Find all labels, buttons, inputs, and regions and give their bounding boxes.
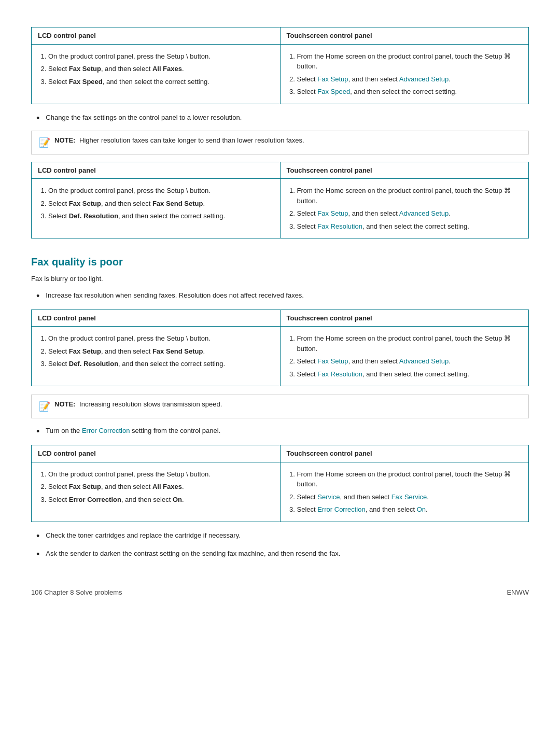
lcd-header-2: LCD control panel	[32, 162, 281, 179]
note-icon-2: 📝	[39, 400, 50, 414]
touch-step-4-2: Select Service, and then select Fax Serv…	[297, 492, 523, 502]
footer-left: 106 Chapter 8 Solve problems	[31, 587, 122, 598]
touch-step-3-3: Select Fax Resolution, and then select t…	[297, 369, 523, 379]
link-advanced-setup-2[interactable]: Advanced Setup	[399, 209, 449, 217]
link-fax-setup-2[interactable]: Fax Setup	[317, 209, 348, 217]
note-text-1: Higher resolution faxes can take longer …	[79, 136, 304, 144]
note-content-1: NOTE: Higher resolution faxes can take l…	[54, 135, 304, 146]
touch-header-4: Touchscreen control panel	[280, 445, 529, 462]
touch-steps-4: From the Home screen on the product cont…	[280, 462, 529, 522]
touch-step-2-1: From the Home screen on the product cont…	[297, 186, 523, 206]
link-service[interactable]: Service	[317, 493, 340, 501]
bullet-item-1: • Change the fax settings on the control…	[36, 113, 529, 125]
bullet-dot-5: •	[36, 547, 39, 561]
touch-header-3: Touchscreen control panel	[280, 310, 529, 327]
link-advanced-setup-3[interactable]: Advanced Setup	[399, 357, 449, 365]
control-panel-table-2: LCD control panel Touchscreen control pa…	[31, 162, 529, 239]
lcd-step-2-1: On the product control panel, press the …	[48, 186, 274, 196]
bullet-dot-2: •	[36, 289, 39, 303]
lcd-step-4-2: Select Fax Setup, and then select All Fa…	[48, 482, 274, 492]
section-intro: Fax is blurry or too light.	[31, 274, 529, 284]
link-fax-service[interactable]: Fax Service	[391, 493, 427, 501]
link-fax-resolution-3[interactable]: Fax Resolution	[317, 370, 362, 378]
bullet-text-2: Increase fax resolution when sending fax…	[46, 290, 529, 301]
lcd-step-1-2: Select Fax Setup, and then select All Fa…	[48, 64, 274, 74]
control-panel-table-3: LCD control panel Touchscreen control pa…	[31, 310, 529, 387]
touch-step-1-1: From the Home screen on the product cont…	[297, 51, 523, 72]
touch-steps-3: From the Home screen on the product cont…	[280, 327, 529, 386]
lcd-step-4-3: Select Error Correction, and then select…	[48, 495, 274, 505]
bullet-3-post: setting from the control panel.	[130, 427, 220, 434]
bullet-dot-1: •	[36, 111, 39, 125]
touch-header-2: Touchscreen control panel	[280, 162, 529, 179]
touch-step-2-2: Select Fax Setup, and then select Advanc…	[297, 208, 523, 219]
lcd-steps-2: On the product control panel, press the …	[32, 179, 281, 238]
note-icon-1: 📝	[39, 136, 50, 150]
bullet-dot-4: •	[36, 529, 39, 543]
control-panel-table-4: LCD control panel Touchscreen control pa…	[31, 445, 529, 522]
touch-step-3-2: Select Fax Setup, and then select Advanc…	[297, 356, 523, 367]
bullet-text-1: Change the fax settings on the control p…	[46, 113, 529, 123]
link-error-correction[interactable]: Error Correction	[82, 427, 130, 434]
lcd-step-2-3: Select Def. Resolution, and then select …	[48, 211, 274, 221]
footer-right: ENWW	[507, 587, 529, 598]
touch-steps-2: From the Home screen on the product cont…	[280, 179, 529, 238]
touch-step-3-1: From the Home screen on the product cont…	[297, 333, 523, 354]
lcd-step-3-2: Select Fax Setup, and then select Fax Se…	[48, 346, 274, 357]
lcd-header-1: LCD control panel	[32, 27, 281, 45]
lcd-steps-4: On the product control panel, press the …	[32, 462, 281, 522]
lcd-header-4: LCD control panel	[32, 445, 281, 462]
lcd-steps-3: On the product control panel, press the …	[32, 327, 281, 386]
section-heading: Fax quality is poor	[31, 254, 529, 270]
note-box-2: 📝 NOTE: Increasing resolution slows tran…	[31, 395, 529, 418]
note-label-1: NOTE:	[54, 136, 75, 144]
link-advanced-setup-1[interactable]: Advanced Setup	[399, 75, 449, 83]
bullet-item-4: • Check the toner cartridges and replace…	[36, 530, 529, 543]
page-footer: 106 Chapter 8 Solve problems ENWW	[31, 587, 529, 598]
bullet-item-3: • Turn on the Error Correction setting f…	[36, 426, 529, 439]
lcd-step-2-2: Select Fax Setup, and then select Fax Se…	[48, 199, 274, 209]
note-text-2: Increasing resolution slows transmission…	[79, 400, 222, 408]
link-fax-resolution-2[interactable]: Fax Resolution	[317, 222, 362, 230]
bullet-item-5: • Ask the sender to darken the contrast …	[36, 549, 529, 561]
lcd-step-1-3: Select Fax Speed, and then select the co…	[48, 77, 274, 87]
bullet-item-2: • Increase fax resolution when sending f…	[36, 290, 529, 303]
link-fax-setup-3[interactable]: Fax Setup	[317, 357, 348, 365]
touch-step-4-3: Select Error Correction, and then select…	[297, 504, 523, 515]
lcd-steps-1: On the product control panel, press the …	[32, 44, 281, 104]
bullet-text-4: Check the toner cartridges and replace t…	[46, 530, 529, 541]
lcd-step-3-3: Select Def. Resolution, and then select …	[48, 359, 274, 369]
link-on[interactable]: On	[417, 505, 426, 513]
touch-step-1-3: Select Fax Speed, and then select the co…	[297, 87, 523, 97]
bullet-text-3: Turn on the Error Correction setting fro…	[46, 426, 529, 436]
note-content-2: NOTE: Increasing resolution slows transm…	[54, 399, 222, 410]
bullet-3-pre: Turn on the	[46, 427, 82, 434]
touch-step-1-2: Select Fax Setup, and then select Advanc…	[297, 74, 523, 85]
lcd-step-3-1: On the product control panel, press the …	[48, 333, 274, 344]
touch-header-1: Touchscreen control panel	[280, 27, 529, 45]
control-panel-table-1: LCD control panel Touchscreen control pa…	[31, 27, 529, 104]
touch-steps-1: From the Home screen on the product cont…	[280, 44, 529, 104]
touch-step-2-3: Select Fax Resolution, and then select t…	[297, 221, 523, 232]
lcd-header-3: LCD control panel	[32, 310, 281, 327]
lcd-step-4-1: On the product control panel, press the …	[48, 469, 274, 480]
lcd-step-1-1: On the product control panel, press the …	[48, 51, 274, 62]
link-error-correction-2[interactable]: Error Correction	[317, 505, 365, 513]
bullet-dot-3: •	[36, 425, 39, 439]
link-fax-setup-1[interactable]: Fax Setup	[317, 75, 348, 83]
note-label-2: NOTE:	[54, 400, 75, 408]
note-box-1: 📝 NOTE: Higher resolution faxes can take…	[31, 131, 529, 154]
bullet-text-5: Ask the sender to darken the contrast se…	[46, 549, 529, 559]
touch-step-4-1: From the Home screen on the product cont…	[297, 469, 523, 489]
link-fax-speed-1[interactable]: Fax Speed	[317, 88, 350, 95]
